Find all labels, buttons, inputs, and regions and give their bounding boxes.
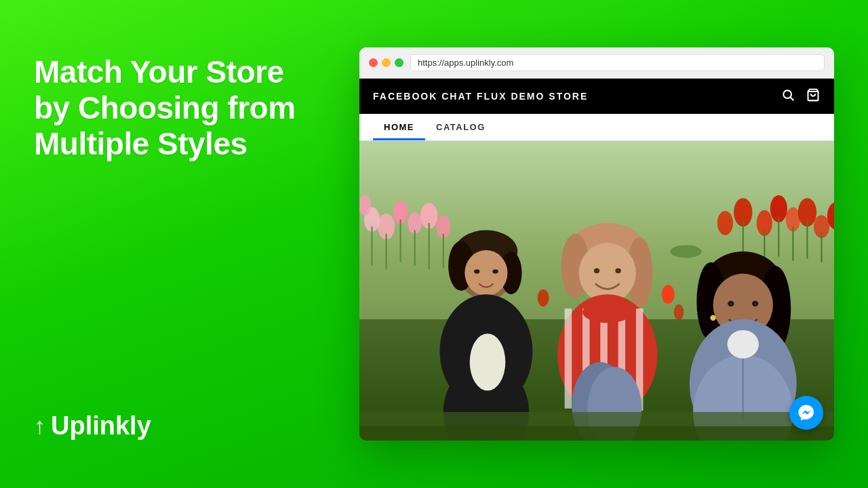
svg-rect-77 (359, 426, 834, 441)
brand-name: Uplinkly (51, 411, 151, 441)
brand-logo: ↑ Uplinkly (34, 411, 319, 441)
svg-point-27 (717, 211, 733, 235)
store-nav: HOME CATALOG (359, 114, 834, 141)
traffic-light-green[interactable] (395, 58, 403, 67)
svg-point-75 (674, 304, 684, 320)
traffic-light-red[interactable] (369, 58, 378, 67)
svg-point-74 (662, 285, 675, 304)
brand-arrow-icon: ↑ (34, 413, 45, 439)
left-panel: Match Your Store by Choosing from Multip… (34, 27, 319, 461)
svg-point-42 (474, 269, 479, 273)
svg-point-52 (615, 268, 620, 273)
url-bar[interactable]: https://apps.uplinkly.com (410, 54, 825, 71)
browser-mockup: https://apps.uplinkly.com FACEBOOK CHAT … (359, 47, 834, 441)
svg-point-73 (538, 289, 549, 306)
svg-point-0 (783, 90, 791, 98)
cart-icon[interactable] (806, 88, 821, 105)
svg-point-46 (470, 333, 506, 390)
svg-rect-54 (565, 308, 572, 408)
svg-point-36 (670, 245, 701, 258)
main-container: Match Your Store by Choosing from Multip… (0, 0, 868, 488)
browser-chrome: https://apps.uplinkly.com (359, 47, 834, 79)
store-icons (781, 88, 821, 105)
headline: Match Your Store by Choosing from Multip… (34, 54, 319, 162)
svg-point-67 (752, 301, 758, 306)
search-icon[interactable] (781, 88, 795, 105)
svg-line-1 (791, 97, 794, 100)
svg-point-72 (728, 330, 759, 359)
messenger-button[interactable] (789, 396, 823, 430)
nav-item-home[interactable]: HOME (373, 114, 425, 140)
svg-point-51 (594, 268, 599, 273)
svg-point-50 (579, 243, 636, 302)
hero-scene (359, 141, 834, 441)
nav-item-catalog[interactable]: CATALOG (425, 114, 496, 140)
svg-point-43 (492, 269, 498, 273)
svg-point-41 (465, 250, 507, 296)
svg-point-68 (710, 315, 715, 321)
svg-point-66 (728, 301, 734, 306)
traffic-lights (369, 58, 403, 67)
hero-image-area (359, 141, 834, 441)
store-title: FACEBOOK CHAT FLUX DEMO STORE (373, 91, 588, 102)
traffic-light-yellow[interactable] (382, 58, 391, 67)
store-header: FACEBOOK CHAT FLUX DEMO STORE (359, 79, 834, 114)
svg-point-59 (583, 302, 633, 323)
